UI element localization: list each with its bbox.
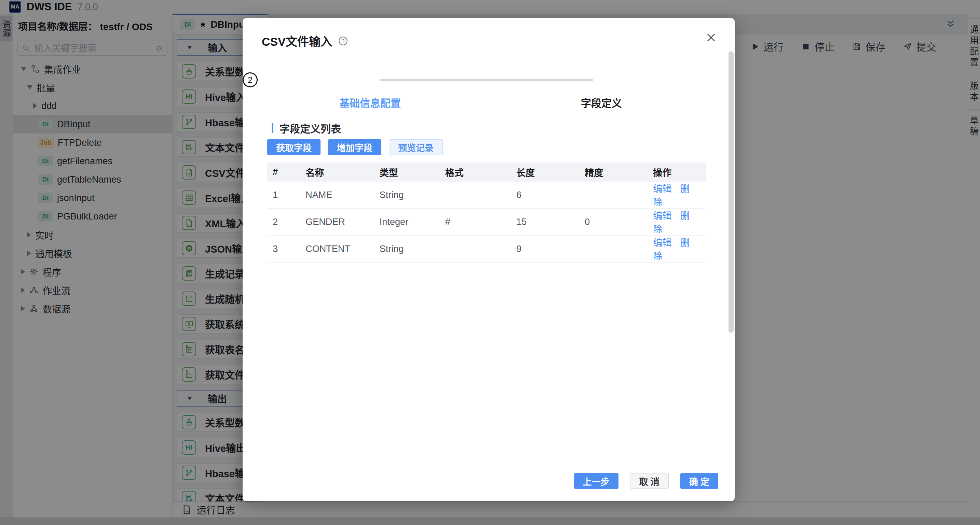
edit-link[interactable]: 编辑: [653, 211, 671, 221]
cell-name: NAME: [300, 182, 374, 209]
csv-input-dialog: CSV文件输入 ? 1 2 基础信息配置 字段定义 字段定义列表 获取字段 增加…: [243, 18, 735, 501]
cancel-button[interactable]: 取 消: [630, 473, 669, 489]
edit-link[interactable]: 编辑: [653, 238, 671, 248]
cell-index: 1: [267, 182, 300, 209]
cell-format: [440, 182, 511, 209]
step-connector: [380, 79, 593, 81]
cell-length: 9: [511, 236, 579, 262]
cell-type: String: [374, 236, 440, 262]
table-row: 1NAMEString6编辑删除: [267, 182, 706, 209]
column-header-index: #: [267, 162, 300, 182]
app-window: MA DWS IDE 7.0.0 资源 项目名称/数据层： testfr / O…: [0, 0, 980, 525]
dialog-title: CSV文件输入 ?: [262, 32, 348, 49]
dialog-footer: 上一步 取 消 确 定: [574, 473, 718, 489]
edit-link[interactable]: 编辑: [653, 184, 671, 194]
table-row: 3CONTENTString9编辑删除: [267, 236, 706, 262]
field-table-container: #名称类型格式长度精度操作 1NAMEString6编辑删除2GENDERInt…: [267, 162, 706, 439]
preview-records-button[interactable]: 预览记录: [389, 139, 443, 155]
section-accent-bar: [272, 123, 274, 133]
modal-scrollbar-thumb[interactable]: [729, 51, 733, 333]
field-actions: 获取字段 增加字段 预览记录: [267, 139, 443, 155]
cell-actions: 编辑删除: [648, 209, 706, 236]
cell-precision: [579, 182, 648, 209]
cell-index: 2: [267, 209, 300, 236]
column-header-类型: 类型: [374, 162, 440, 182]
cell-name: CONTENT: [300, 236, 374, 262]
close-icon[interactable]: [705, 32, 717, 43]
step-indicator: 1 2 基础信息配置 字段定义: [243, 72, 735, 120]
dialog-title-text: CSV文件输入: [262, 32, 332, 49]
cell-precision: 0: [579, 209, 648, 236]
help-icon[interactable]: ?: [337, 35, 348, 46]
cell-length: 15: [511, 209, 579, 236]
cell-actions: 编辑删除: [648, 182, 706, 209]
previous-step-button[interactable]: 上一步: [574, 473, 619, 489]
step-1-label: 基础信息配置: [339, 95, 401, 110]
cell-type: String: [374, 182, 440, 209]
cell-type: Integer: [374, 209, 440, 236]
column-header-格式: 格式: [440, 162, 511, 182]
cell-length: 6: [511, 182, 579, 209]
cell-format: [440, 236, 511, 262]
field-table: #名称类型格式长度精度操作 1NAMEString6编辑删除2GENDERInt…: [267, 162, 706, 262]
column-header-操作: 操作: [648, 162, 706, 182]
cell-index: 3: [267, 236, 300, 262]
table-row: 2GENDERInteger#150编辑删除: [267, 209, 706, 236]
cell-format: #: [440, 209, 511, 236]
add-field-button[interactable]: 增加字段: [328, 139, 381, 155]
cell-precision: [579, 236, 648, 262]
cell-actions: 编辑删除: [648, 236, 706, 262]
fetch-fields-button[interactable]: 获取字段: [267, 139, 320, 155]
column-header-名称: 名称: [300, 162, 374, 182]
confirm-button[interactable]: 确 定: [680, 473, 718, 489]
column-header-精度: 精度: [579, 162, 648, 182]
svg-text:?: ?: [342, 38, 344, 44]
step-2-label: 字段定义: [581, 95, 622, 110]
section-header: 字段定义列表: [272, 121, 341, 135]
step-2-circle: 2: [243, 72, 258, 87]
column-header-长度: 长度: [511, 162, 579, 182]
section-title: 字段定义列表: [280, 121, 341, 135]
cell-name: GENDER: [300, 209, 374, 236]
